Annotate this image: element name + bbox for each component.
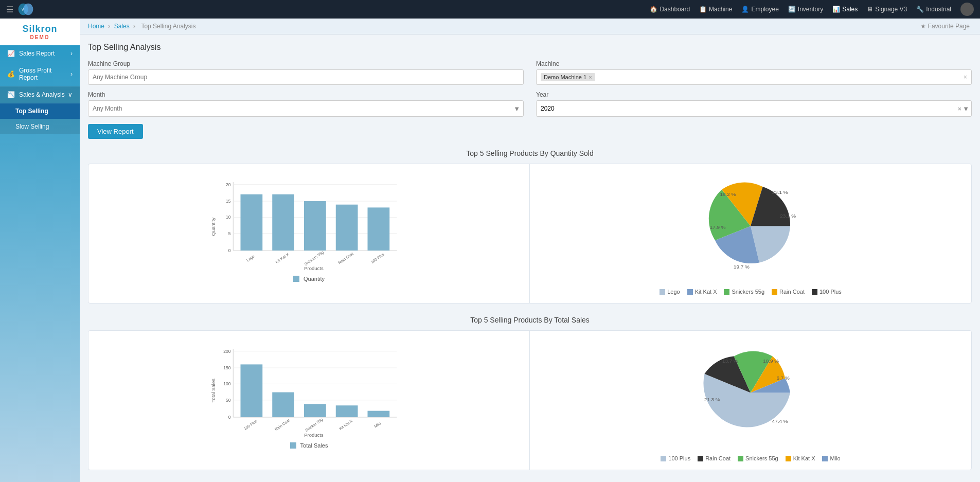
month-input[interactable]	[88, 101, 510, 116]
chart2-row: Total Sales 0 50 100 150 200	[88, 330, 972, 470]
legend2-milo-dot	[822, 456, 828, 461]
chart1-pie-svg: 23.1 % 19.7 % 17.9 % 19.2 % 23.1 %	[684, 172, 817, 285]
sidebar-item-sales-analysis[interactable]: 📉 Sales & Analysis ∨	[0, 86, 80, 103]
year-dropdown-btn[interactable]: ▼	[963, 105, 969, 113]
svg-text:23.1 %: 23.1 %	[772, 189, 788, 195]
brand-name: Silkron	[6, 24, 74, 34]
svg-text:0: 0	[228, 248, 231, 253]
svg-text:Total Sales: Total Sales	[210, 379, 216, 403]
sales-analysis-icon: 📉	[7, 91, 15, 98]
machine-tag: Demo Machine 1 ×	[541, 73, 595, 81]
svg-text:Quantity: Quantity	[210, 218, 216, 236]
chart1-bar-box: Quantity 0 5 10 15 20	[88, 164, 530, 303]
year-input[interactable]	[537, 101, 958, 116]
svg-text:19.2 %: 19.2 %	[720, 191, 736, 197]
svg-rect-48	[304, 404, 326, 417]
breadcrumb-sales[interactable]: Sales	[114, 23, 130, 30]
nav-machine[interactable]: 📋 Machine	[699, 6, 732, 13]
user-avatar[interactable]	[960, 3, 974, 16]
chart2-pie-wrap: 47.4 % 21.3 % 13.7 % 10.9 % 6.7 % 100 Pl…	[538, 339, 963, 461]
svg-text:Snicker 55g: Snicker 55g	[304, 417, 324, 433]
nav-dashboard[interactable]: 🏠 Dashboard	[650, 6, 690, 13]
legend-100plus-dot	[812, 289, 817, 295]
machine-label: Machine	[536, 60, 972, 67]
chart1-pie-box: 23.1 % 19.7 % 17.9 % 19.2 % 23.1 % Lego	[530, 164, 971, 303]
svg-rect-16	[241, 194, 263, 251]
legend2-kitkat-dot	[786, 456, 791, 461]
legend-kitkat: Kit Kat X	[687, 289, 717, 295]
machine-tag-close[interactable]: ×	[589, 74, 592, 80]
svg-text:Lego: Lego	[245, 254, 255, 263]
legend2-milo: Milo	[822, 455, 840, 461]
legend2-raincoat-dot	[698, 456, 703, 461]
chevron-right-icon-2: ›	[70, 70, 73, 78]
sidebar: Silkron DEMO 📈 Sales Report › 💰 Gross Pr…	[0, 19, 80, 482]
layout: Silkron DEMO 📈 Sales Report › 💰 Gross Pr…	[0, 19, 980, 482]
svg-rect-50	[336, 405, 358, 417]
legend-kitkat-dot	[687, 289, 693, 295]
legend2-snickers-dot	[738, 456, 743, 461]
svg-text:200: 200	[223, 349, 231, 354]
legend-raincoat: Rain Coat	[772, 289, 805, 295]
logo-icon: V	[17, 2, 34, 16]
nav-sales[interactable]: 📊 Sales	[832, 6, 858, 13]
view-report-button[interactable]: View Report	[88, 124, 143, 139]
chart2-bar-legend: Total Sales	[97, 442, 521, 449]
favourite-btn[interactable]: ★ Favourite Page	[920, 23, 970, 30]
year-filter: Year × ▼	[536, 91, 972, 117]
legend-raincoat-dot	[772, 289, 777, 295]
machine-group-label: Machine Group	[88, 60, 524, 67]
sidebar-item-gross-profit[interactable]: 💰 Gross Profit Report ›	[0, 62, 80, 86]
month-label: Month	[88, 91, 524, 98]
svg-rect-20	[304, 201, 326, 251]
svg-text:150: 150	[223, 365, 231, 370]
tag-clear-icon[interactable]: ×	[964, 74, 967, 81]
breadcrumb-links: Home › Sales › Top Selling Analysis	[88, 23, 198, 30]
year-input-wrap: × ▼	[536, 100, 972, 117]
svg-text:100 Plus: 100 Plus	[243, 419, 258, 431]
nav-signage[interactable]: 🖥 Signage V3	[867, 6, 907, 13]
sidebar-sub-slow-selling[interactable]: Slow Selling	[0, 119, 80, 134]
legend-lego-dot	[660, 289, 665, 295]
sidebar-brand: Silkron DEMO	[0, 19, 80, 45]
legend2-kitkat: Kit Kat X	[786, 455, 815, 461]
svg-text:Rain Coat: Rain Coat	[274, 418, 291, 432]
chart2-bar-legend-box	[290, 442, 296, 449]
legend-100plus: 100 Plus	[812, 289, 842, 295]
year-clear-btn[interactable]: ×	[958, 105, 962, 113]
month-dropdown-icon[interactable]: ▼	[510, 101, 523, 116]
sidebar-item-sales-report[interactable]: 📈 Sales Report ›	[0, 45, 80, 62]
svg-text:Kit Kat X: Kit Kat X	[275, 252, 290, 264]
year-label: Year	[536, 91, 972, 98]
machine-tag-input[interactable]: Demo Machine 1 × ×	[536, 69, 972, 85]
svg-text:10: 10	[226, 215, 231, 220]
gross-profit-icon: 💰	[7, 70, 15, 78]
chart2-pie-box: 47.4 % 21.3 % 13.7 % 10.9 % 6.7 % 100 Pl…	[530, 331, 971, 470]
svg-text:0: 0	[228, 415, 231, 420]
svg-rect-46	[272, 392, 294, 417]
machine-group-input[interactable]	[88, 69, 524, 85]
sidebar-sub-top-selling[interactable]: Top Selling	[0, 103, 80, 119]
chart1-pie-wrap: 23.1 % 19.7 % 17.9 % 19.2 % 23.1 % Lego	[538, 172, 963, 295]
nav-employee[interactable]: 👤 Employee	[741, 6, 778, 13]
chart1-title: Top 5 Selling Products By Quantity Sold	[88, 149, 972, 157]
chart2-pie-svg: 47.4 % 21.3 % 13.7 % 10.9 % 6.7 %	[684, 339, 817, 452]
breadcrumb-home[interactable]: Home	[88, 23, 104, 30]
legend-snickers: Snickers 55g	[724, 289, 764, 295]
chart2-bar-box: Total Sales 0 50 100 150 200	[88, 331, 530, 470]
svg-rect-44	[241, 364, 263, 417]
chevron-right-icon: ›	[70, 50, 73, 57]
top-nav-right: 🏠 Dashboard 📋 Machine 👤 Employee 🔄 Inven…	[650, 3, 974, 16]
nav-inventory[interactable]: 🔄 Inventory	[788, 6, 823, 13]
page-content: Top Selling Analysis Machine Group Machi…	[80, 34, 980, 482]
machine-filter: Machine Demo Machine 1 × ×	[536, 60, 972, 85]
hamburger-icon[interactable]: ☰	[6, 5, 13, 14]
svg-text:Milo: Milo	[373, 421, 382, 429]
nav-industrial[interactable]: 🔧 Industrial	[916, 6, 951, 13]
svg-point-1	[23, 4, 33, 15]
svg-text:5: 5	[228, 231, 231, 236]
page-title: Top Selling Analysis	[88, 43, 972, 52]
svg-text:100: 100	[223, 381, 231, 386]
svg-text:Kit Kat X: Kit Kat X	[338, 419, 353, 431]
legend2-100plus: 100 Plus	[661, 455, 690, 461]
